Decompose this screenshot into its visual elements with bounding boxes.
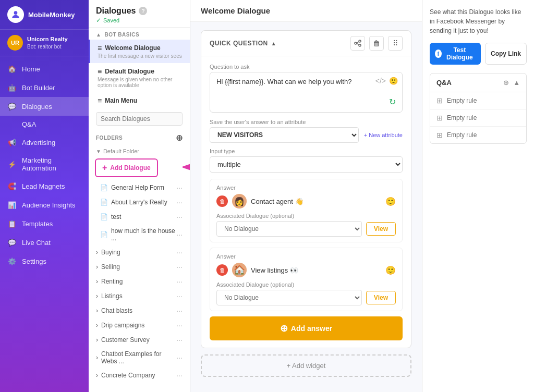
dialogue-item-main-menu[interactable]: ≡ Main Menu	[89, 92, 190, 109]
widget-title: QUICK QUESTION ▲	[210, 40, 276, 47]
emoji-icon[interactable]: 🙂	[389, 77, 398, 85]
sidebar-item-live-chat[interactable]: 💬 Live Chat	[0, 233, 89, 252]
folder-concrete-company[interactable]: › Concrete Company ···	[89, 368, 190, 383]
template-icon: 📋	[7, 219, 17, 228]
folder-dots[interactable]: ···	[176, 353, 183, 362]
bot-icon: 🤖	[7, 83, 17, 92]
add-folder-button[interactable]: ⊕	[176, 133, 183, 143]
folder-dots[interactable]: ···	[176, 277, 183, 286]
add-dialogue-button[interactable]: + Add Dialogue	[95, 158, 158, 177]
copy-link-button[interactable]: Copy Link	[485, 43, 527, 65]
dialogue-item-default[interactable]: ≡ Default Dialogue Message is given when…	[89, 63, 190, 92]
folder-chatbot-examples[interactable]: › Chatbot Examples for Webs ... ···	[89, 347, 190, 368]
collapse-qa-button[interactable]: ▲	[513, 79, 520, 87]
add-widget-button[interactable]: + Add widget	[201, 354, 411, 377]
user-role: Bot: realtor bot	[27, 43, 68, 50]
chevron-icon: ▲	[96, 32, 101, 38]
file-icon: 📄	[100, 213, 108, 220]
connect-button[interactable]	[350, 36, 365, 51]
view-button[interactable]: View	[366, 291, 396, 304]
code-icon[interactable]: </>	[375, 77, 386, 85]
folder-item-general-help[interactable]: 📄 General Help Form ···	[89, 180, 190, 195]
sidebar-item-templates[interactable]: 📋 Templates	[0, 214, 89, 233]
chevron-down-icon: ▼	[96, 149, 101, 154]
folder-dots[interactable]: ···	[176, 371, 183, 379]
magnet-icon: 🧲	[7, 181, 17, 191]
sidebar-logo: MobileMonkey	[0, 0, 89, 30]
folder-dots[interactable]: ···	[176, 321, 183, 329]
no-dialogue-select[interactable]: No Dialogue	[216, 290, 362, 305]
folder-chat-blasts[interactable]: › Chat blasts ···	[89, 303, 190, 318]
saved-badge: Saved	[96, 17, 183, 24]
folder-renting[interactable]: › Renting ···	[89, 274, 190, 289]
sidebar-item-bot-builder[interactable]: 🤖 Bot Builder	[0, 78, 89, 97]
input-type-select[interactable]: multiple	[210, 156, 403, 173]
qa-rule-2[interactable]: ⊞ Empty rule	[430, 109, 526, 127]
sidebar-item-marketing-automation[interactable]: ⚡ Marketing Automation	[0, 152, 89, 177]
answer-block-1: Answer 🗑 👩 Contact agent 👋 🙂 Associated …	[210, 179, 403, 242]
file-icon: 📄	[100, 199, 108, 206]
save-answer-label: Save the user's answer to an attribute	[210, 119, 403, 125]
add-answer-button[interactable]: ⊕ Add answer	[210, 316, 403, 340]
view-button[interactable]: View	[366, 222, 396, 236]
folder-dots[interactable]: ···	[176, 183, 183, 192]
help-icon[interactable]: ?	[139, 7, 147, 15]
question-field: Hi {{first name}}. What can we help you …	[210, 72, 403, 113]
folder-dots[interactable]: ···	[176, 248, 183, 256]
qa-actions: ⊕ ▲	[503, 79, 520, 87]
widget-header: QUICK QUESTION ▲ 🗑 ⠿	[201, 31, 411, 56]
folder-dots[interactable]: ···	[176, 198, 183, 206]
emoji-button[interactable]: 🙂	[385, 197, 396, 206]
answer-avatar: 👩	[232, 194, 247, 209]
add-qa-button[interactable]: ⊕	[503, 79, 509, 87]
sidebar-item-dialogues[interactable]: 💬 Dialogues	[0, 97, 89, 116]
sidebar-item-audience-insights[interactable]: 📊 Audience Insights	[0, 195, 89, 214]
folder-buying[interactable]: › Buying ···	[89, 245, 190, 260]
sidebar-item-settings[interactable]: ⚙️ Settings	[0, 252, 89, 271]
test-dialogue-button[interactable]: f Test Dialogue	[430, 43, 481, 65]
sidebar-item-lead-magnets[interactable]: 🧲 Lead Magnets	[0, 177, 89, 195]
folder-listings[interactable]: › Listings ···	[89, 289, 190, 303]
right-panel: See what this Dialogue looks like in Fac…	[422, 0, 534, 392]
delete-button[interactable]: 🗑	[369, 36, 384, 51]
folder-dots[interactable]: ···	[176, 213, 183, 221]
question-textarea[interactable]: Hi {{first name}}. What can we help you …	[216, 78, 396, 93]
chat-icon: 💬	[7, 102, 17, 111]
sidebar-item-qa[interactable]: Q&A	[0, 116, 89, 133]
sidebar-item-label: Advertising	[22, 139, 55, 146]
folder-item-larrys-realty[interactable]: 📄 About Larry's Realty ···	[89, 195, 190, 210]
no-dialogue-row: No Dialogue View	[216, 221, 396, 237]
sidebar-item-advertising[interactable]: 📢 Advertising	[0, 133, 89, 152]
dialogue-item-welcome[interactable]: ≡ Welcome Dialogue The first message a n…	[89, 40, 190, 63]
attribute-select[interactable]: NEW VISITORS	[210, 127, 359, 143]
emoji-button[interactable]: 🙂	[385, 265, 396, 275]
folder-dots[interactable]: ···	[176, 307, 183, 315]
no-dialogue-select[interactable]: No Dialogue	[216, 221, 362, 237]
qa-rule-1[interactable]: ⊞ Empty rule	[430, 92, 526, 109]
answer-text[interactable]: View listings 👀	[251, 266, 298, 274]
folder-dots[interactable]: ···	[176, 230, 183, 239]
folder-dots[interactable]: ···	[176, 292, 183, 300]
folder-dots[interactable]: ···	[176, 336, 183, 344]
folders-header: FOLDERS ⊕	[89, 130, 190, 146]
drag-handle[interactable]: ⠿	[388, 36, 403, 51]
refresh-icon[interactable]: ↻	[216, 97, 396, 107]
qa-title: Q&A	[436, 79, 452, 87]
answer-left: 🗑 👩 Contact agent 👋	[216, 194, 304, 209]
folder-drip-campaigns[interactable]: › Drip campaigns ···	[89, 318, 190, 333]
bot-basics-header: ▲ BOT BASICS	[89, 28, 190, 40]
delete-answer-icon[interactable]: 🗑	[216, 195, 228, 207]
folder-selling[interactable]: › Selling ···	[89, 260, 190, 274]
folder-dots[interactable]: ···	[176, 263, 183, 271]
answer-text[interactable]: Contact agent 👋	[251, 198, 304, 205]
qa-rule-3[interactable]: ⊞ Empty rule	[430, 127, 526, 143]
new-attribute-link[interactable]: + New attribute	[364, 132, 403, 138]
sidebar-item-home[interactable]: 🏠 Home	[0, 59, 89, 78]
folder-item-test[interactable]: 📄 test ···	[89, 210, 190, 224]
delete-answer-icon[interactable]: 🗑	[216, 264, 228, 276]
qa-header: Q&A ⊕ ▲	[430, 74, 526, 92]
search-input[interactable]	[96, 112, 183, 126]
main-header: Welcome Dialogue	[190, 0, 422, 22]
folder-item-how-much[interactable]: 📄 how much is the house ... ···	[89, 224, 190, 245]
folder-customer-survey[interactable]: › Customer Survey ···	[89, 333, 190, 347]
